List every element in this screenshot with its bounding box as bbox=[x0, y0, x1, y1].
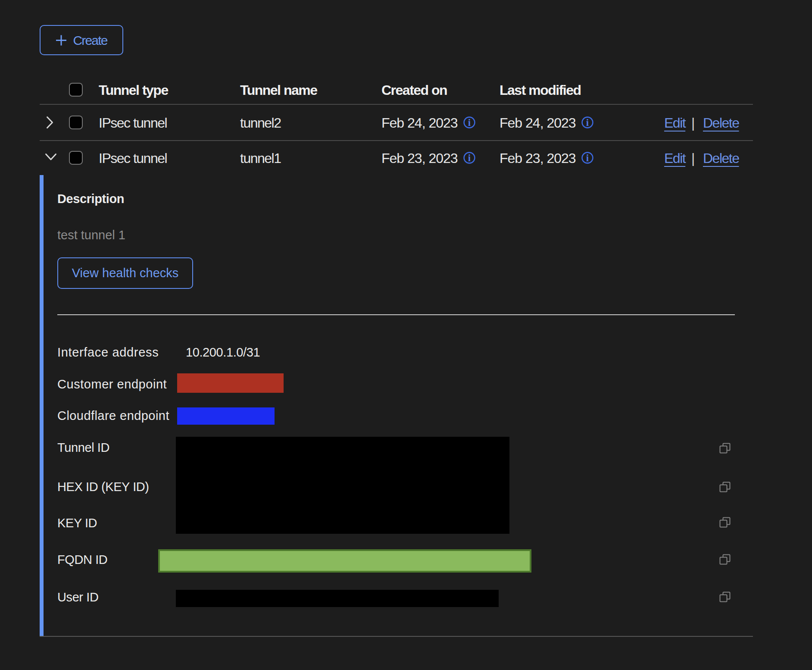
svg-text:i: i bbox=[468, 117, 471, 128]
svg-text:i: i bbox=[586, 117, 589, 128]
svg-text:i: i bbox=[468, 153, 471, 163]
svg-text:i: i bbox=[586, 153, 589, 163]
